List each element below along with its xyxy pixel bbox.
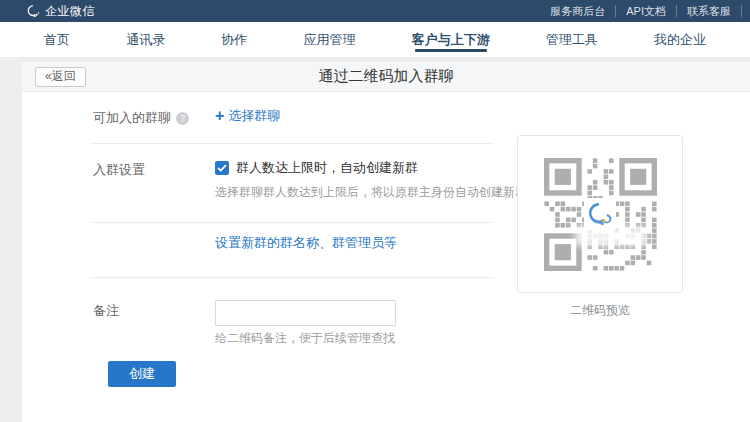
divider <box>90 143 494 144</box>
nav-label: 管理工具 <box>546 31 598 49</box>
nav-item-collaboration[interactable]: 协作 <box>215 22 253 57</box>
auto-create-checkbox[interactable] <box>215 161 229 175</box>
qr-code <box>544 158 657 271</box>
checkmark-icon <box>217 164 227 172</box>
qr-watermark-blur <box>575 226 647 245</box>
topbar-links: 服务商后台 API文档 联系客服 <box>540 0 742 22</box>
new-group-settings-link-text: 设置新群的群名称、群管理员等 <box>215 234 397 252</box>
nav-item-app-management[interactable]: 应用管理 <box>297 22 361 57</box>
wecom-logo: 企业微信 <box>26 3 95 20</box>
nav-label: 客户与上下游 <box>412 31 490 49</box>
card-header: 通过二维码加入群聊 «返回 <box>22 62 750 92</box>
help-icon[interactable]: ? <box>176 112 189 125</box>
auto-create-helper-text: 选择群聊群人数达到上限后，将以原群主身份自动创建新群 <box>215 184 527 201</box>
plus-icon: + <box>215 109 224 123</box>
chat-bubble-icon <box>26 4 40 18</box>
qr-preview-caption: 二维码预览 <box>517 302 683 319</box>
nav-label: 协作 <box>221 31 247 49</box>
qr-center-logo <box>584 198 616 230</box>
logo-text: 企业微信 <box>45 3 95 20</box>
divider <box>90 222 494 223</box>
provider-console-link[interactable]: 服务商后台 <box>540 5 616 17</box>
nav-item-customers[interactable]: 客户与上下游 <box>406 22 496 57</box>
contact-support-link[interactable]: 联系客服 <box>677 5 742 17</box>
nav-label: 应用管理 <box>303 31 355 49</box>
nav-label: 首页 <box>44 31 70 49</box>
auto-create-group-option: 群人数达上限时，自动创建新群 <box>215 159 418 177</box>
nav-item-home[interactable]: 首页 <box>38 22 76 57</box>
page-title: 通过二维码加入群聊 <box>22 67 750 86</box>
remark-label: 备注 <box>93 302 119 320</box>
wecom-admin-page: 企业微信 服务商后台 API文档 联系客服 首页 通讯录 协作 应用管理 客户与… <box>0 0 750 422</box>
new-group-settings-link[interactable]: 设置新群的群名称、群管理员等 <box>215 234 397 252</box>
nav-item-contacts[interactable]: 通讯录 <box>120 22 171 57</box>
join-settings-label-text: 入群设置 <box>93 161 145 179</box>
remark-helper-text: 给二维码备注，便于后续管理查找 <box>215 330 395 347</box>
joinable-group-label: 可加入的群聊 ? <box>93 109 189 127</box>
nav-item-admin-tools[interactable]: 管理工具 <box>540 22 604 57</box>
select-group-link-text: 选择群聊 <box>228 107 280 125</box>
wecom-bubble-icon <box>587 201 613 227</box>
topbar: 企业微信 服务商后台 API文档 联系客服 <box>0 0 750 22</box>
auto-create-checkbox-label: 群人数达上限时，自动创建新群 <box>236 159 418 177</box>
select-group-link[interactable]: + 选择群聊 <box>215 107 280 125</box>
nav-label: 通讯录 <box>126 31 165 49</box>
remark-label-text: 备注 <box>93 302 119 320</box>
qr-preview-panel <box>517 135 683 293</box>
joinable-group-label-text: 可加入的群聊 <box>93 109 171 127</box>
create-button[interactable]: 创建 <box>108 361 176 387</box>
nav-item-my-enterprise[interactable]: 我的企业 <box>648 22 712 57</box>
content-card: 通过二维码加入群聊 «返回 可加入的群聊 ? + 选择群聊 入群设置 群人数达上… <box>22 62 750 422</box>
nav-label: 我的企业 <box>654 31 706 49</box>
main-nav: 首页 通讯录 协作 应用管理 客户与上下游 管理工具 我的企业 <box>0 22 750 57</box>
remark-input[interactable] <box>215 300 396 326</box>
api-docs-link[interactable]: API文档 <box>616 5 677 17</box>
join-settings-label: 入群设置 <box>93 161 145 179</box>
divider <box>90 277 494 278</box>
active-tab-underline <box>415 49 487 52</box>
